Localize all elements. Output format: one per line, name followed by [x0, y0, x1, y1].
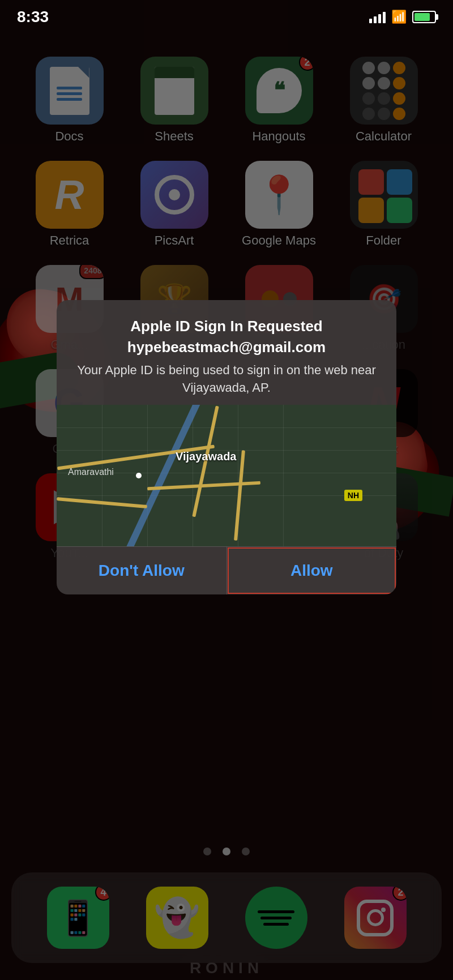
- dont-allow-button[interactable]: Don't Allow: [57, 547, 227, 594]
- nh-badge: NH: [344, 490, 362, 501]
- map-background: Amaravathi Vijayawada NH: [57, 405, 396, 546]
- signal-icon: [369, 11, 386, 23]
- battery-icon: [412, 11, 436, 23]
- allow-button[interactable]: Allow: [227, 547, 397, 594]
- status-time: 8:33: [17, 8, 49, 26]
- alert-map: Amaravathi Vijayawada NH: [57, 405, 396, 546]
- map-dot-amaravathi: [136, 473, 142, 478]
- alert-content: Apple ID Sign In Requested hypebeastmach…: [57, 300, 396, 396]
- alert-dialog: Apple ID Sign In Requested hypebeastmach…: [57, 300, 396, 594]
- alert-title: Apple ID Sign In Requested: [74, 317, 379, 336]
- alert-body: Your Apple ID is being used to sign in o…: [74, 362, 379, 397]
- alert-buttons: Don't Allow Allow: [57, 546, 396, 594]
- map-label-vijayawada: Vijayawada: [176, 450, 236, 463]
- status-icons: 📶: [369, 10, 436, 24]
- status-bar: 8:33 📶: [0, 0, 453, 34]
- alert-email: hypebeastmach@gmail.com: [74, 339, 379, 356]
- battery-fill: [414, 13, 430, 21]
- wifi-icon: 📶: [391, 10, 407, 24]
- map-label-amaravathi: Amaravathi: [68, 467, 114, 477]
